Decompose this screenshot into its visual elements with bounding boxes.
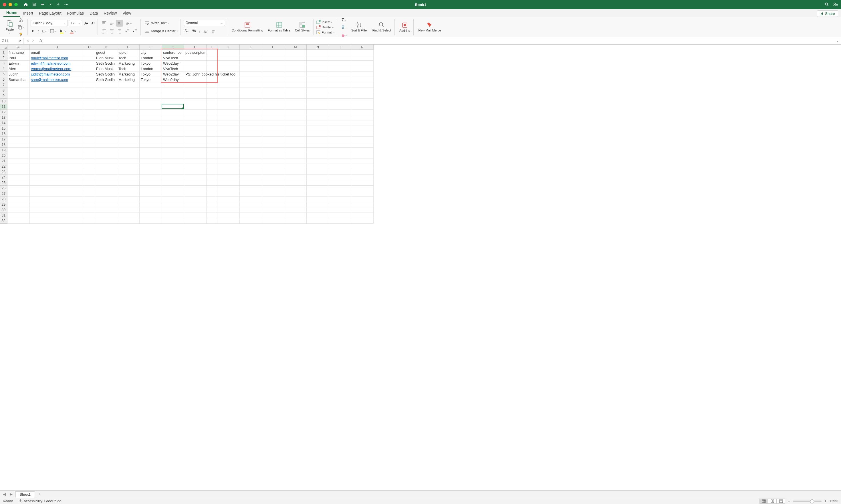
cell-H5[interactable]: PS: John booked his ticket too! [184,72,207,77]
cell-D17[interactable] [95,137,117,142]
cell-B5[interactable]: judith@mailmeteor.com [30,72,84,77]
cell-B32[interactable] [30,218,84,224]
cell-P32[interactable] [351,218,374,224]
cell-A17[interactable] [7,137,30,142]
increase-font-button[interactable]: A▴ [83,20,89,26]
cell-M3[interactable] [284,61,307,66]
cell-G16[interactable] [162,131,184,137]
cell-M26[interactable] [284,186,307,191]
cell-A7[interactable] [7,83,30,88]
cell-H24[interactable] [184,175,207,180]
cell-I32[interactable] [207,218,217,224]
cell-C11[interactable] [84,104,95,110]
cell-J2[interactable] [217,55,240,61]
cell-K27[interactable] [240,191,262,197]
align-middle-button[interactable] [108,20,115,26]
cell-I23[interactable] [207,169,217,175]
cell-P17[interactable] [351,137,374,142]
underline-button[interactable]: U⌄ [41,28,48,34]
column-header-O[interactable]: O [329,44,351,50]
cell-F13[interactable] [140,115,162,121]
cancel-formula-icon[interactable]: ✕ [26,39,30,43]
row-header-6[interactable]: 6 [0,77,7,83]
cell-H11[interactable] [184,104,207,110]
cell-L22[interactable] [262,164,284,169]
cell-O28[interactable] [329,197,351,202]
cell-J26[interactable] [217,186,240,191]
cell-G28[interactable] [162,197,184,202]
new-mail-merge-button[interactable]: New Mail Merge [416,21,443,33]
column-header-B[interactable]: B [30,44,84,50]
cell-I14[interactable] [207,121,217,126]
cell-A11[interactable] [7,104,30,110]
row-header-8[interactable]: 8 [0,88,7,93]
cell-D20[interactable] [95,153,117,159]
cell-B12[interactable] [30,110,84,115]
cell-H30[interactable] [184,208,207,213]
cell-L1[interactable] [262,50,284,55]
cell-N17[interactable] [307,137,329,142]
row-header-21[interactable]: 21 [0,159,7,164]
cell-J24[interactable] [217,175,240,180]
cell-B10[interactable] [30,99,84,104]
cell-C31[interactable] [84,213,95,218]
cell-M8[interactable] [284,88,307,93]
row-header-22[interactable]: 22 [0,164,7,169]
row-header-10[interactable]: 10 [0,99,7,104]
name-box[interactable]: G11▴▾ [0,38,23,44]
cell-K18[interactable] [240,142,262,148]
cell-K9[interactable] [240,93,262,99]
cell-E10[interactable] [117,99,140,104]
cell-L16[interactable] [262,131,284,137]
cell-D3[interactable]: Seth Godin [95,61,117,66]
cell-A26[interactable] [7,186,30,191]
cell-K3[interactable] [240,61,262,66]
cell-H25[interactable] [184,180,207,186]
cell-J21[interactable] [217,159,240,164]
search-icon[interactable] [824,2,829,7]
cell-F27[interactable] [140,191,162,197]
cell-L27[interactable] [262,191,284,197]
cell-P20[interactable] [351,153,374,159]
row-header-17[interactable]: 17 [0,137,7,142]
more-icon[interactable] [64,2,69,7]
cell-M31[interactable] [284,213,307,218]
cell-C12[interactable] [84,110,95,115]
cell-K24[interactable] [240,175,262,180]
cell-A25[interactable] [7,180,30,186]
cell-E18[interactable] [117,142,140,148]
cell-I12[interactable] [207,110,217,115]
cell-B11[interactable] [30,104,84,110]
cell-K14[interactable] [240,121,262,126]
cell-B25[interactable] [30,180,84,186]
cell-H26[interactable] [184,186,207,191]
row-header-5[interactable]: 5 [0,72,7,77]
cell-P14[interactable] [351,121,374,126]
cell-I25[interactable] [207,180,217,186]
cell-I27[interactable] [207,191,217,197]
cell-M20[interactable] [284,153,307,159]
column-header-L[interactable]: L [262,44,284,50]
cell-G23[interactable] [162,169,184,175]
cell-E12[interactable] [117,110,140,115]
cell-H18[interactable] [184,142,207,148]
cell-F29[interactable] [140,202,162,208]
cell-P16[interactable] [351,131,374,137]
cell-P29[interactable] [351,202,374,208]
cell-C21[interactable] [84,159,95,164]
align-bottom-button[interactable] [116,20,123,26]
cell-P1[interactable] [351,50,374,55]
cell-N21[interactable] [307,159,329,164]
cell-L10[interactable] [262,99,284,104]
cell-A28[interactable] [7,197,30,202]
format-as-table-button[interactable]: Format as Table [266,21,292,33]
cell-C16[interactable] [84,131,95,137]
align-right-button[interactable] [116,28,123,35]
cell-H22[interactable] [184,164,207,169]
cell-K11[interactable] [240,104,262,110]
cell-L6[interactable] [262,77,284,83]
cell-C30[interactable] [84,208,95,213]
column-header-D[interactable]: D [95,44,117,50]
row-header-14[interactable]: 14 [0,121,7,126]
cell-E23[interactable] [117,169,140,175]
